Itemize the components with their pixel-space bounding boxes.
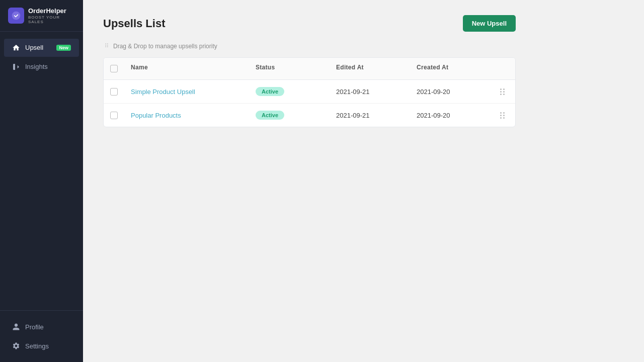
row-1-checkbox[interactable] xyxy=(110,88,118,96)
header-checkbox-cell xyxy=(104,58,124,79)
insights-icon xyxy=(12,63,20,71)
col-header-status: Status xyxy=(249,58,329,79)
row-2-status-badge: Active xyxy=(256,111,284,120)
logo-icon xyxy=(8,8,24,24)
sidebar-item-profile[interactable]: Profile xyxy=(4,318,79,336)
col-header-name: Name xyxy=(124,58,249,79)
row-1-name-link[interactable]: Simple Product Upsell xyxy=(131,88,195,96)
table-header: Name Status Edited At Created At xyxy=(104,58,515,80)
row-1-status-badge: Active xyxy=(256,87,284,96)
new-upsell-button[interactable]: New Upsell xyxy=(463,15,516,32)
row-1-status: Active xyxy=(249,80,329,103)
row-1-created-at: 2021-09-20 xyxy=(410,81,490,103)
upsells-table: Name Status Edited At Created At Simple … xyxy=(103,57,516,127)
row-2-status: Active xyxy=(249,104,329,127)
logo-title: OrderHelper xyxy=(28,7,75,15)
sidebar: OrderHelper Boost Your Sales Upsell New … xyxy=(0,0,83,362)
drag-hint: Drag & Drop to manage upsells priority xyxy=(103,42,516,50)
home-icon xyxy=(12,44,20,52)
page-header: Upsells List New Upsell xyxy=(103,15,516,32)
main-content-area: Upsells List New Upsell Drag & Drop to m… xyxy=(83,0,644,362)
col-header-created-at: Created At xyxy=(410,58,490,79)
sidebar-item-profile-label: Profile xyxy=(25,323,44,331)
row-2-checkbox-cell xyxy=(104,105,124,126)
svg-point-6 xyxy=(107,46,108,47)
row-2-drag-handle[interactable] xyxy=(490,105,515,126)
row-1-edited-at: 2021-09-21 xyxy=(329,81,410,103)
sidebar-item-insights[interactable]: Insights xyxy=(4,58,79,76)
sidebar-item-insights-label: Insights xyxy=(25,63,48,70)
svg-point-2 xyxy=(107,43,108,44)
upsell-new-badge: New xyxy=(56,45,71,51)
row-checkbox-cell xyxy=(104,81,124,103)
row-2-name: Popular Products xyxy=(124,105,249,126)
col-header-edited-at: Edited At xyxy=(329,58,410,79)
svg-point-5 xyxy=(105,46,106,47)
profile-icon xyxy=(12,323,20,331)
row-2-name-link[interactable]: Popular Products xyxy=(131,112,181,119)
drag-hint-text: Drag & Drop to manage upsells priority xyxy=(113,43,217,50)
svg-point-1 xyxy=(105,43,106,44)
settings-icon xyxy=(12,342,20,350)
col-header-actions xyxy=(490,58,515,79)
sidebar-item-settings-label: Settings xyxy=(25,342,49,350)
sidebar-item-upsell-label: Upsell xyxy=(25,44,43,51)
table-row: Popular Products Active 2021-09-21 2021-… xyxy=(104,104,515,127)
row-2-created-at: 2021-09-20 xyxy=(410,105,490,126)
row-2-checkbox[interactable] xyxy=(110,112,118,119)
svg-point-4 xyxy=(107,45,108,46)
table-row: Simple Product Upsell Active 2021-09-21 … xyxy=(104,80,515,104)
svg-point-0 xyxy=(12,11,21,20)
sidebar-item-upsell[interactable]: Upsell New xyxy=(4,39,79,57)
drag-hint-icon xyxy=(103,42,110,50)
logo-subtitle: Boost Your Sales xyxy=(28,15,75,24)
select-all-checkbox[interactable] xyxy=(110,65,118,72)
sidebar-footer: Profile Settings xyxy=(0,310,83,362)
row-2-edited-at: 2021-09-21 xyxy=(329,105,410,126)
svg-point-3 xyxy=(105,45,106,46)
sidebar-navigation: Upsell New Insights xyxy=(0,32,83,310)
row-1-drag-handle[interactable] xyxy=(490,81,515,102)
page-title: Upsells List xyxy=(103,17,165,30)
sidebar-item-settings[interactable]: Settings xyxy=(4,337,79,355)
row-1-name: Simple Product Upsell xyxy=(124,81,249,103)
app-logo: OrderHelper Boost Your Sales xyxy=(0,0,83,32)
